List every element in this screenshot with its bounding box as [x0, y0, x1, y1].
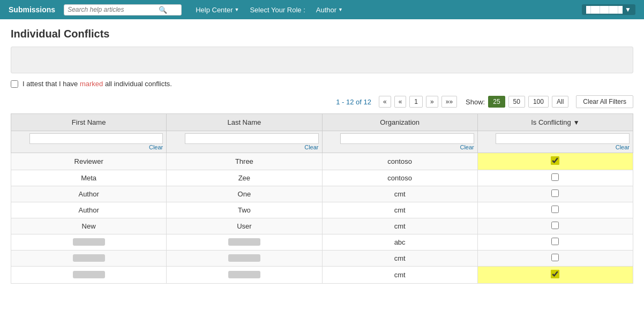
- show-all-btn[interactable]: All: [552, 96, 568, 108]
- conflict-checkbox[interactable]: [551, 254, 559, 261]
- table-header-row: First Name Last Name Organization Is Con…: [11, 114, 633, 131]
- cell-is-conflicting[interactable]: [477, 251, 633, 267]
- author-caret: ▼: [338, 7, 343, 12]
- blurred-first: [73, 238, 105, 246]
- page-title: Individual Conflicts: [11, 28, 633, 40]
- data-table: First Name Last Name Organization Is Con…: [11, 113, 633, 284]
- prev-page-btn[interactable]: «: [394, 96, 407, 108]
- filter-row: Clear Clear Clear Clear: [11, 131, 633, 153]
- cell-first-name: New: [11, 218, 167, 234]
- conflict-checkbox[interactable]: [551, 206, 559, 213]
- cell-last-name: Two: [167, 202, 322, 218]
- first-page-btn[interactable]: «: [379, 96, 391, 108]
- cell-first-name: [11, 234, 167, 251]
- table-row: ReviewerThreecontoso: [11, 153, 633, 170]
- conflict-checkbox[interactable]: [551, 173, 559, 181]
- help-center-caret: ▼: [235, 7, 239, 12]
- show-label: Show:: [466, 98, 485, 106]
- cell-first-name: Reviewer: [11, 153, 167, 170]
- blurred-first: [73, 271, 105, 278]
- help-center-menu[interactable]: Help Center ▼: [196, 6, 239, 14]
- search-container[interactable]: 🔍: [64, 4, 182, 16]
- search-input[interactable]: [68, 6, 159, 13]
- main-content: Individual Conflicts I attest that I hav…: [0, 19, 644, 292]
- cell-is-conflicting[interactable]: [477, 170, 633, 186]
- blurred-last: [228, 238, 260, 246]
- filter-org-clear[interactable]: Clear: [326, 144, 474, 150]
- table-row: cmt: [11, 251, 633, 267]
- header-nav: Help Center ▼ Select Your Role : Author …: [196, 6, 343, 14]
- cell-is-conflicting[interactable]: [477, 234, 633, 251]
- blurred-first: [73, 254, 105, 262]
- attest-marked: marked: [80, 80, 103, 88]
- app-header: Submissions 🔍 Help Center ▼ Select Your …: [0, 0, 644, 19]
- cell-is-conflicting[interactable]: [477, 186, 633, 202]
- attest-text: I attest that I have marked all individu…: [23, 80, 172, 88]
- cell-organization: cmt: [322, 202, 477, 218]
- table-row: MetaZeecontoso: [11, 170, 633, 186]
- info-box: [11, 47, 633, 73]
- filter-conflicting-clear[interactable]: Clear: [481, 144, 630, 150]
- table-row: abc: [11, 234, 633, 251]
- blurred-last: [228, 254, 260, 262]
- cell-organization: contoso: [322, 153, 477, 170]
- attest-checkbox[interactable]: [11, 80, 18, 88]
- show-25-btn[interactable]: 25: [488, 96, 505, 108]
- table-row: AuthorOnecmt: [11, 186, 633, 202]
- show-100-btn[interactable]: 100: [528, 96, 549, 108]
- filter-first-name-clear[interactable]: Clear: [14, 144, 163, 150]
- cell-organization: cmt: [322, 267, 477, 284]
- table-row: cmt: [11, 267, 633, 284]
- col-organization: Organization: [322, 114, 477, 131]
- cell-last-name: User: [167, 218, 322, 234]
- cell-first-name: Author: [11, 202, 167, 218]
- filter-is-conflicting[interactable]: [496, 133, 630, 144]
- brand-label: Submissions: [9, 5, 55, 14]
- conflict-checkbox[interactable]: [551, 270, 559, 278]
- cell-organization: contoso: [322, 170, 477, 186]
- show-50-btn[interactable]: 50: [508, 96, 525, 108]
- next-page-btn[interactable]: »: [426, 96, 438, 108]
- cell-organization: cmt: [322, 186, 477, 202]
- cell-last-name: One: [167, 186, 322, 202]
- cell-last-name: Three: [167, 153, 322, 170]
- select-role-label: Select Your Role :: [250, 6, 305, 14]
- cell-last-name: [167, 267, 322, 284]
- cell-is-conflicting[interactable]: [477, 153, 633, 170]
- conflict-checkbox[interactable]: [551, 222, 559, 229]
- page-number-btn[interactable]: 1: [409, 96, 423, 108]
- blurred-last: [228, 271, 260, 278]
- filter-last-name-clear[interactable]: Clear: [170, 144, 318, 150]
- cell-first-name: [11, 251, 167, 267]
- conflict-checkbox[interactable]: [551, 156, 559, 165]
- user-menu[interactable]: ████████ ▼: [582, 4, 635, 15]
- col-last-name: Last Name: [167, 114, 322, 131]
- conflict-checkbox[interactable]: [551, 189, 559, 197]
- clear-all-filters-btn[interactable]: Clear All Filters: [576, 95, 633, 108]
- user-label: ████████: [586, 6, 623, 13]
- filter-organization[interactable]: [340, 133, 474, 144]
- cell-organization: cmt: [322, 251, 477, 267]
- cell-last-name: Zee: [167, 170, 322, 186]
- col-is-conflicting: Is Conflicting ▼: [477, 114, 633, 131]
- cell-is-conflicting[interactable]: [477, 218, 633, 234]
- sort-icon[interactable]: ▼: [573, 119, 580, 126]
- table-row: AuthorTwocmt: [11, 202, 633, 218]
- cell-first-name: Author: [11, 186, 167, 202]
- last-page-btn[interactable]: »»: [441, 96, 457, 108]
- col-first-name: First Name: [11, 114, 167, 131]
- pagination-row: 1 - 12 of 12 « « 1 » »» Show: 25 50 100 …: [11, 95, 633, 108]
- filter-last-name[interactable]: [185, 133, 319, 144]
- conflict-checkbox[interactable]: [551, 238, 559, 245]
- filter-first-name[interactable]: [29, 133, 163, 144]
- cell-is-conflicting[interactable]: [477, 267, 633, 284]
- author-menu[interactable]: Author ▼: [316, 6, 343, 14]
- cell-first-name: [11, 267, 167, 284]
- table-row: NewUsercmt: [11, 218, 633, 234]
- cell-last-name: [167, 234, 322, 251]
- search-icon[interactable]: 🔍: [159, 6, 167, 14]
- cell-last-name: [167, 251, 322, 267]
- pagination-info: 1 - 12 of 12: [336, 98, 371, 106]
- cell-is-conflicting[interactable]: [477, 202, 633, 218]
- cell-first-name: Meta: [11, 170, 167, 186]
